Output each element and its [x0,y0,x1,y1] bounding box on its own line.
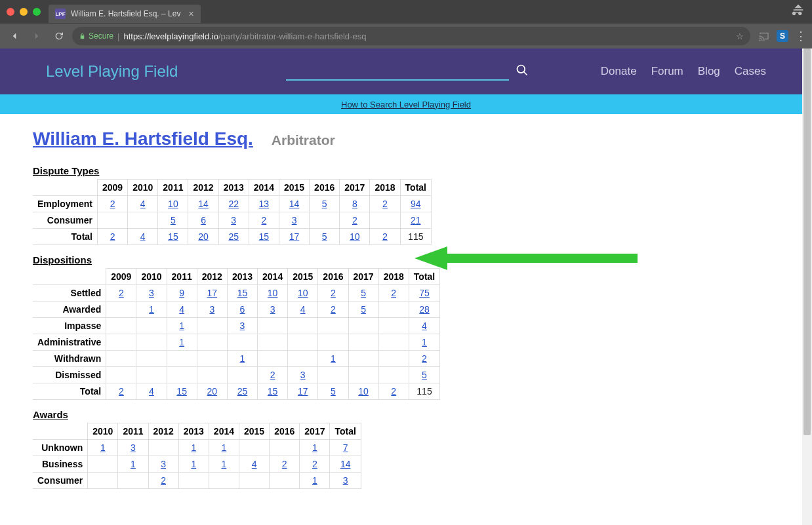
cell-link[interactable]: 1 [131,459,136,469]
table-cell[interactable]: 1 [209,440,239,456]
table-cell[interactable]: 1 [167,318,197,334]
table-cell[interactable]: 5 [348,301,378,318]
cell-link[interactable]: 1 [312,475,317,486]
table-cell[interactable]: 4 [409,318,439,334]
table-cell[interactable]: 2 [106,383,136,400]
cell-link[interactable]: 5 [422,370,427,380]
table-cell[interactable]: 5 [158,212,188,229]
cell-link[interactable]: 20 [207,386,218,397]
cell-link[interactable]: 5 [171,215,176,225]
table-cell[interactable]: 10 [340,229,370,245]
table-cell[interactable]: 1 [318,351,348,367]
close-tab-button[interactable]: × [188,9,193,19]
extension-s-icon[interactable]: S [777,30,788,42]
table-cell[interactable]: 21 [400,212,431,229]
table-cell[interactable]: 4 [239,456,270,473]
table-cell[interactable]: 1 [300,440,330,456]
cell-link[interactable]: 5 [322,231,327,242]
cell-link[interactable]: 3 [231,215,236,225]
table-cell[interactable]: 2 [148,473,178,489]
table-cell[interactable]: 25 [227,383,257,400]
back-button[interactable] [5,27,24,45]
cell-link[interactable]: 21 [411,215,421,225]
cell-link[interactable]: 2 [422,353,427,364]
table-cell[interactable]: 4 [128,196,158,212]
cell-link[interactable]: 2 [270,370,275,380]
table-cell[interactable]: 2 [300,456,330,473]
table-cell[interactable]: 15 [167,383,197,400]
cell-link[interactable]: 1 [240,353,245,364]
table-cell[interactable]: 14 [330,456,361,473]
table-cell[interactable]: 4 [288,301,318,318]
cell-link[interactable]: 15 [259,231,270,242]
close-window-button[interactable] [7,8,14,16]
table-cell[interactable]: 3 [136,285,167,301]
table-cell[interactable]: 5 [310,196,340,212]
page-title[interactable]: William E. Hartsfield Esq. [33,128,253,149]
table-cell[interactable]: 3 [279,212,309,229]
cell-link[interactable]: 2 [331,288,336,298]
table-cell[interactable]: 2 [378,285,409,301]
cell-link[interactable]: 1 [422,337,427,347]
cell-link[interactable]: 2 [312,459,317,469]
table-cell[interactable]: 2 [249,212,279,229]
table-cell[interactable]: 10 [348,383,378,400]
table-cell[interactable]: 2 [98,229,128,245]
cell-link[interactable]: 6 [240,304,245,315]
table-cell[interactable]: 17 [288,383,318,400]
table-cell[interactable]: 1 [167,334,197,351]
table-cell[interactable]: 2 [106,285,136,301]
cell-link[interactable]: 3 [131,442,136,453]
cell-link[interactable]: 2 [331,304,336,315]
cell-link[interactable]: 10 [350,231,360,242]
cell-link[interactable]: 3 [161,459,166,469]
cell-link[interactable]: 10 [168,199,178,209]
scrollbar-thumb[interactable] [803,49,811,435]
cell-link[interactable]: 2 [352,215,357,225]
table-cell[interactable]: 20 [188,229,218,245]
table-cell[interactable]: 1 [300,473,330,489]
table-cell[interactable]: 2 [270,456,300,473]
table-cell[interactable]: 1 [88,440,118,456]
cell-link[interactable]: 4 [422,321,427,331]
table-cell[interactable]: 3 [258,301,288,318]
cell-link[interactable]: 3 [300,370,306,380]
table-cell[interactable]: 5 [310,229,340,245]
cell-link[interactable]: 75 [419,288,430,298]
cell-link[interactable]: 1 [191,459,196,469]
maximize-window-button[interactable] [33,8,41,16]
cell-link[interactable]: 1 [222,442,227,453]
cell-link[interactable]: 4 [300,304,306,315]
cell-link[interactable]: 2 [110,199,115,209]
cell-link[interactable]: 1 [179,337,184,347]
nav-cases[interactable]: Cases [735,65,766,78]
cell-link[interactable]: 2 [110,231,115,242]
cell-link[interactable]: 4 [179,304,184,315]
browser-menu-button[interactable]: ⋮ [795,29,807,43]
cell-link[interactable]: 17 [207,288,218,298]
cell-link[interactable]: 28 [419,304,430,315]
table-cell[interactable]: 10 [158,196,188,212]
cell-link[interactable]: 14 [198,199,209,209]
table-cell[interactable]: 15 [258,383,288,400]
table-cell[interactable]: 5 [348,285,378,301]
cell-link[interactable]: 10 [358,386,369,397]
site-brand[interactable]: Level Playing Field [46,62,178,81]
table-cell[interactable]: 3 [148,456,178,473]
cell-link[interactable]: 2 [382,199,388,209]
table-cell[interactable]: 2 [98,196,128,212]
table-cell[interactable]: 2 [340,212,370,229]
nav-donate[interactable]: Donate [601,65,637,78]
cell-link[interactable]: 13 [259,199,270,209]
table-cell[interactable]: 14 [188,196,218,212]
cell-link[interactable]: 6 [201,215,206,225]
cell-link[interactable]: 2 [391,288,396,298]
cell-link[interactable]: 1 [312,442,317,453]
cell-link[interactable]: 3 [343,475,348,486]
help-link[interactable]: How to Search Level Playing Field [341,100,471,109]
cell-link[interactable]: 15 [176,386,187,397]
browser-tab[interactable]: LPF William E. Hartsfield Esq. – Lev × [49,5,201,23]
table-cell[interactable]: 7 [330,440,361,456]
table-cell[interactable]: 2 [318,285,348,301]
table-cell[interactable]: 28 [409,301,439,318]
